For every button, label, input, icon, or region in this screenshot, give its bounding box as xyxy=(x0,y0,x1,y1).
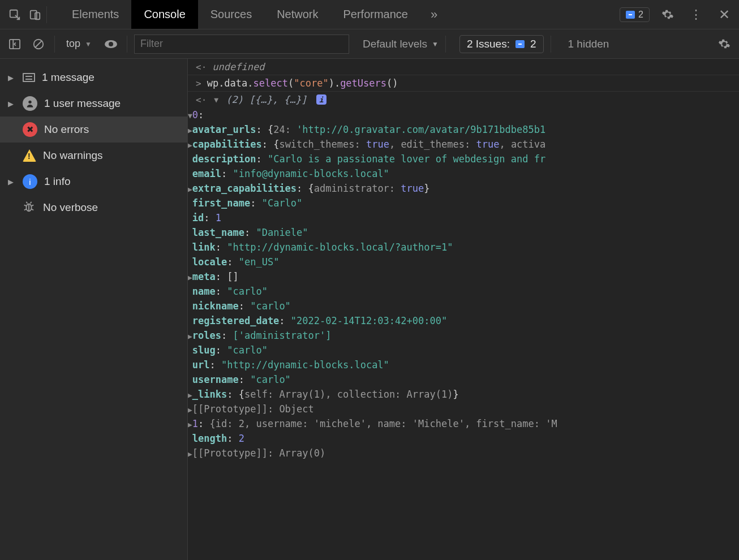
issues-button[interactable]: 2 Issues: 2 xyxy=(459,35,544,53)
expand-caret-icon: ▶ xyxy=(8,178,16,186)
prop-length[interactable]: length: 2 xyxy=(188,431,739,446)
console-result-row[interactable]: <· ▼ (2) [{…}, {…}] i xyxy=(188,92,739,107)
console-input-row[interactable]: > wp.data.select("core").getUsers() xyxy=(188,75,739,92)
warning-icon xyxy=(23,149,36,162)
prop-links[interactable]: ▶_links: {self: Array(1), collection: Ar… xyxy=(188,387,739,402)
bug-icon xyxy=(23,201,36,214)
separator xyxy=(127,36,127,53)
svg-point-8 xyxy=(109,42,113,46)
prop-locale[interactable]: locale: "en_US" xyxy=(188,255,739,269)
return-value: undefined xyxy=(212,61,264,72)
prop-nickname[interactable]: nickname: "carlo" xyxy=(188,299,739,313)
chevron-down-icon: ▼ xyxy=(432,40,439,48)
info-badge-icon[interactable]: i xyxy=(316,94,326,105)
chevron-down-icon: ▼ xyxy=(85,40,92,48)
live-expression-icon[interactable] xyxy=(102,35,120,53)
log-levels-selector[interactable]: Default levels ▼ xyxy=(363,38,439,50)
sidebar-toggle-icon[interactable] xyxy=(6,35,24,53)
expand-caret-icon[interactable]: ▼ xyxy=(188,111,192,120)
tab-sources[interactable]: Sources xyxy=(198,0,264,29)
prop-link[interactable]: link: "http://dynamic-blocks.local/?auth… xyxy=(188,240,739,255)
separator xyxy=(551,36,551,53)
device-toggle-icon[interactable] xyxy=(25,5,45,25)
prop-prototype[interactable]: ▶[[Prototype]]: Array(0) xyxy=(188,446,739,460)
prop-first-name[interactable]: first_name: "Carlo" xyxy=(188,196,739,210)
error-icon: ✖ xyxy=(23,122,37,137)
user-icon xyxy=(23,96,37,111)
array-summary: (2) [{…}, {…}] xyxy=(226,94,307,105)
prop-capabilities[interactable]: ▶capabilities: {switch_themes: true, edi… xyxy=(188,137,739,152)
input-caret-icon: > xyxy=(196,78,201,89)
prop-url[interactable]: url: "http://dynamic-blocks.local" xyxy=(188,357,739,372)
issue-icon xyxy=(626,11,635,19)
sidebar-label: 1 info xyxy=(44,175,70,188)
expand-caret-icon: ▶ xyxy=(8,100,16,108)
context-label: top xyxy=(66,38,80,50)
return-arrow-icon: <· xyxy=(196,62,207,72)
svg-point-9 xyxy=(28,101,31,104)
levels-label: Default levels xyxy=(363,38,427,50)
kebab-menu-icon[interactable]: ⋮ xyxy=(686,5,706,25)
svg-rect-1 xyxy=(31,10,37,19)
context-selector[interactable]: top ▼ xyxy=(62,38,96,50)
sidebar-label: No verbose xyxy=(43,201,98,214)
issues-label: 2 Issues: xyxy=(467,38,510,50)
tab-network[interactable]: Network xyxy=(264,0,330,29)
hidden-count: 1 hidden xyxy=(568,38,609,50)
prop-id[interactable]: id: 1 xyxy=(188,210,739,225)
return-arrow-icon: <· xyxy=(196,94,207,105)
inspect-icon[interactable] xyxy=(5,5,25,25)
tab-performance[interactable]: Performance xyxy=(331,0,421,29)
expand-caret-icon[interactable]: ▼ xyxy=(212,96,220,104)
devtools-tab-bar: Elements Console Sources Network Perform… xyxy=(0,0,739,29)
separator xyxy=(46,6,47,23)
settings-gear-icon[interactable] xyxy=(658,5,678,25)
more-tabs-icon[interactable]: » xyxy=(431,7,437,22)
prop-last-name[interactable]: last_name: "Daniele" xyxy=(188,225,739,240)
sidebar-item-errors[interactable]: ✖ No errors xyxy=(0,117,187,143)
expand-caret-icon: ▶ xyxy=(8,74,16,82)
prop-name[interactable]: name: "carlo" xyxy=(188,284,739,299)
sidebar-label: No warnings xyxy=(43,149,103,162)
separator xyxy=(445,36,446,53)
clear-console-icon[interactable] xyxy=(29,35,48,53)
close-devtools-icon[interactable]: ✕ xyxy=(714,5,734,25)
issue-icon xyxy=(515,40,525,48)
console-settings-gear-icon[interactable] xyxy=(715,35,733,53)
issues-count: 2 xyxy=(638,10,643,20)
console-toolbar: top ▼ Default levels ▼ 2 Issues: 2 1 hid… xyxy=(0,29,739,59)
prop-username[interactable]: username: "carlo" xyxy=(188,372,739,387)
prop-email[interactable]: email: "info@dynamic-blocks.local" xyxy=(188,166,739,181)
prop-description[interactable]: description: "Carlo is a passionate love… xyxy=(188,152,739,166)
prop-prototype[interactable]: ▶[[Prototype]]: Object xyxy=(188,402,739,416)
issues-indicator[interactable]: 2 xyxy=(620,7,650,22)
sidebar-item-info[interactable]: ▶ i 1 info xyxy=(0,169,187,195)
svg-line-6 xyxy=(36,41,42,47)
sidebar-item-user-messages[interactable]: ▶ 1 user message xyxy=(0,91,187,117)
prop-meta[interactable]: ▶meta: [] xyxy=(188,269,739,284)
sidebar-item-warnings[interactable]: No warnings xyxy=(0,143,187,169)
console-output: <· undefined > wp.data.select("core").ge… xyxy=(188,59,739,560)
prop-slug[interactable]: slug: "carlo" xyxy=(188,343,739,357)
separator xyxy=(54,36,55,53)
sidebar-item-verbose[interactable]: No verbose xyxy=(0,195,187,221)
prop-roles[interactable]: ▶roles: ['administrator'] xyxy=(188,328,739,343)
sidebar-label: No errors xyxy=(44,123,89,136)
sidebar-label: 1 message xyxy=(42,71,94,84)
tab-console[interactable]: Console xyxy=(131,0,197,29)
object-index-row[interactable]: ▼0: xyxy=(188,107,739,122)
filter-input[interactable] xyxy=(134,35,349,54)
issues-count2: 2 xyxy=(530,38,536,50)
prop-registered-date[interactable]: registered_date: "2022-02-14T12:03:42+00… xyxy=(188,313,739,328)
info-icon: i xyxy=(23,174,37,189)
main-tabs: Elements Console Sources Network Perform… xyxy=(59,0,420,29)
sidebar-item-messages[interactable]: ▶ 1 message xyxy=(0,64,187,91)
sidebar-label: 1 user message xyxy=(44,97,121,110)
list-icon xyxy=(23,73,35,82)
tab-elements[interactable]: Elements xyxy=(59,0,131,29)
prop-extra-capabilities[interactable]: ▶extra_capabilities: {administrator: tru… xyxy=(188,181,739,196)
object-index-row[interactable]: ▶1: {id: 2, username: 'michele', name: '… xyxy=(188,416,739,431)
prop-avatar-urls[interactable]: ▶avatar_urls: {24: 'http://0.gravatar.co… xyxy=(188,122,739,137)
console-result-row[interactable]: <· undefined xyxy=(188,59,739,75)
command-text: wp.data.select("core").getUsers() xyxy=(207,77,398,89)
